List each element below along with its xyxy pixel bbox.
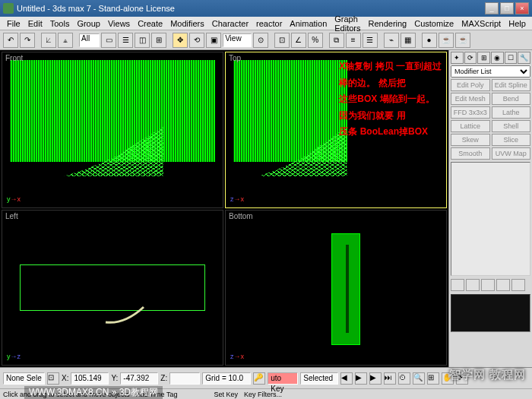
minimize-button[interactable]: _ — [485, 2, 499, 14]
viewport-left[interactable]: Left y→z — [2, 210, 223, 366]
menu-character[interactable]: Character — [208, 19, 252, 28]
keyfilters-button[interactable]: Key Filters... — [244, 391, 282, 398]
mod-shell[interactable]: Shell — [492, 120, 531, 132]
setkey-button[interactable]: Set Key — [214, 391, 238, 398]
angle-snap-button[interactable]: ∠ — [291, 33, 306, 48]
select-region-button[interactable]: ◫ — [135, 33, 150, 48]
menu-group[interactable]: Group — [73, 19, 104, 28]
menu-tools[interactable]: Tools — [46, 19, 74, 28]
rotate-button[interactable]: ⟲ — [189, 33, 204, 48]
selection-filter[interactable]: All — [79, 33, 100, 47]
menu-rendering[interactable]: Rendering — [364, 19, 410, 28]
menu-grapheditors[interactable]: Graph Editors — [331, 14, 364, 33]
next-key-icon[interactable]: ▶ — [355, 372, 367, 385]
render-scene-button[interactable]: ☕ — [439, 33, 454, 48]
display-tab[interactable]: ☐ — [505, 52, 518, 64]
mod-slice[interactable]: Slice — [492, 134, 531, 146]
mod-smooth[interactable]: Smooth — [451, 147, 490, 160]
pin-stack-icon[interactable] — [451, 279, 464, 291]
mod-bend[interactable]: Bend — [492, 93, 531, 105]
selection-status: None Sele — [3, 372, 45, 385]
mod-edit-spline[interactable]: Edit Spline — [492, 79, 531, 91]
show-end-icon[interactable] — [466, 279, 480, 291]
curve-editor-button[interactable]: ⌁ — [384, 33, 399, 48]
material-button[interactable]: ● — [422, 33, 437, 48]
ref-coord[interactable]: View — [223, 33, 252, 47]
titlebar: Untitled - 3ds max 7 - Stand-alone Licen… — [0, 0, 532, 17]
axis-gizmo: z→x — [230, 353, 244, 360]
time-config-icon[interactable]: ⏲ — [398, 372, 410, 385]
undo-button[interactable]: ↶ — [3, 33, 18, 48]
utilities-tab[interactable]: 🔧 — [518, 52, 530, 64]
mod-uvwmap[interactable]: UVW Map — [492, 147, 531, 160]
keyfilter-select[interactable]: Selected — [300, 372, 338, 385]
viewport-top[interactable]: Top X轴复制 拷贝 一直到超过 榉的边。 然后把 这些BOX 塌陷到一起。 … — [225, 52, 447, 208]
motion-tab[interactable]: ◉ — [491, 52, 504, 64]
coord-x[interactable]: 105.149 — [71, 372, 109, 385]
mod-skew[interactable]: Skew — [451, 134, 490, 146]
coord-z[interactable] — [169, 372, 200, 385]
menu-customize[interactable]: Customize — [410, 19, 458, 28]
main-toolbar: ↶ ↷ ⟀ ⟁ All ▭ ☰ ◫ ⊞ ✥ ⟲ ▣ View ⊙ ⊡ ∠ % ⧉… — [0, 30, 532, 50]
remove-mod-icon[interactable] — [496, 279, 510, 291]
watermark-right: 智学网 教程网 — [449, 368, 526, 382]
grid-status: Grid = 10.0 — [202, 372, 251, 385]
mod-edit-mesh[interactable]: Edit Mesh — [451, 93, 490, 105]
move-button[interactable]: ✥ — [173, 33, 188, 48]
zoom-icon[interactable]: 🔍 — [413, 372, 425, 385]
lock-selection-icon[interactable]: ⊡ — [47, 372, 59, 385]
unlink-button[interactable]: ⟁ — [58, 33, 73, 48]
mod-edit-poly[interactable]: Edit Poly — [451, 79, 490, 91]
schematic-button[interactable]: ▦ — [401, 33, 416, 48]
menu-edit[interactable]: Edit — [24, 19, 46, 28]
hierarchy-tab[interactable]: ⊞ — [477, 52, 490, 64]
viewport-bottom[interactable]: Bottom z→x — [225, 210, 447, 366]
autokey-button[interactable]: uto Key — [268, 372, 298, 385]
mod-lattice[interactable]: Lattice — [451, 120, 490, 132]
quick-render-button[interactable]: ☕ — [455, 33, 470, 48]
mod-ffd[interactable]: FFD 3x3x3 — [451, 106, 490, 119]
redo-button[interactable]: ↷ — [20, 33, 35, 48]
pivot-button[interactable]: ⊙ — [253, 33, 268, 48]
menu-modifiers[interactable]: Modifiers — [166, 19, 208, 28]
scale-button[interactable]: ▣ — [206, 33, 221, 48]
menu-views[interactable]: Views — [104, 19, 134, 28]
play-icon[interactable]: ▶ — [369, 372, 382, 385]
modifier-list[interactable]: Modifier List — [451, 65, 530, 78]
key-mode-icon[interactable]: 🔑 — [253, 372, 265, 385]
zoom-all-icon[interactable]: ⊞ — [427, 372, 439, 385]
close-button[interactable]: × — [515, 2, 529, 14]
viewport-front[interactable]: Front y→x — [2, 52, 223, 208]
layer-button[interactable]: ☰ — [363, 33, 378, 48]
menu-file[interactable]: File — [3, 19, 24, 28]
modifier-stack[interactable] — [451, 162, 530, 276]
modifier-buttons: Edit Poly Edit Spline Edit Mesh Bend FFD… — [451, 79, 530, 160]
mirror-button[interactable]: ⧉ — [329, 33, 344, 48]
axis-gizmo: z→x — [230, 195, 244, 203]
select-button[interactable]: ▭ — [101, 33, 116, 48]
menu-animation[interactable]: Animation — [286, 19, 331, 28]
window-crossing-button[interactable]: ⊞ — [151, 33, 166, 48]
create-tab[interactable]: ✦ — [451, 52, 464, 64]
menu-reactor[interactable]: reactor — [252, 19, 286, 28]
menu-create[interactable]: Create — [134, 19, 166, 28]
mod-lathe[interactable]: Lathe — [492, 106, 531, 119]
percent-snap-button[interactable]: % — [308, 33, 323, 48]
configure-icon[interactable] — [511, 279, 525, 291]
maximize-button[interactable]: □ — [500, 2, 514, 14]
menubar: File Edit Tools Group Views Create Modif… — [0, 17, 532, 30]
app-icon — [3, 3, 14, 14]
prev-key-icon[interactable]: ◀ — [340, 372, 353, 385]
link-button[interactable]: ⟀ — [41, 33, 56, 48]
watermark-left: WWW.3DMAX8.CN » 3D教程网 — [24, 386, 163, 399]
make-unique-icon[interactable] — [481, 279, 495, 291]
select-name-button[interactable]: ☰ — [118, 33, 133, 48]
geometry-bottom — [331, 233, 360, 345]
coord-y[interactable]: -47.392 — [120, 372, 158, 385]
snap-button[interactable]: ⊡ — [274, 33, 290, 48]
goto-end-icon[interactable]: ⏭ — [384, 372, 396, 385]
align-button[interactable]: ≡ — [346, 33, 361, 48]
menu-help[interactable]: Help — [505, 19, 530, 28]
modify-tab[interactable]: ⟳ — [464, 52, 477, 64]
menu-maxscript[interactable]: MAXScript — [458, 19, 505, 28]
